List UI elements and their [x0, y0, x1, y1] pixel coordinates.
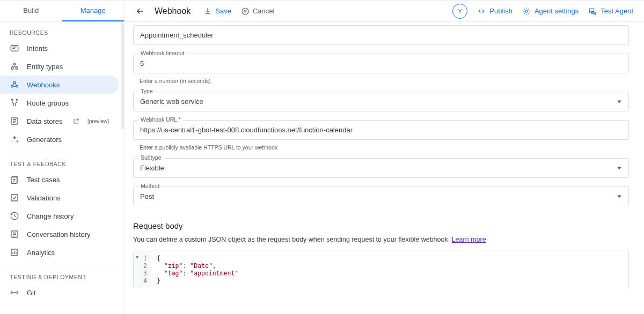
webhook-subtype-select[interactable]	[133, 158, 629, 178]
sidebar-item-label: Test cases	[27, 176, 109, 184]
tab-manage[interactable]: Manage	[62, 1, 125, 21]
sidebar-item-webhooks[interactable]: Webhooks	[0, 76, 119, 94]
sidebar-item-data-stores[interactable]: Data stores [preview]	[0, 112, 119, 130]
svg-point-4	[11, 85, 13, 87]
section-test-feedback-label: TEST & FEEDBACK	[0, 153, 124, 170]
sidebar-item-entity-types[interactable]: Entity types	[0, 57, 119, 76]
entity-icon	[10, 62, 19, 71]
conversation-icon	[10, 229, 19, 239]
gear-icon	[522, 7, 531, 16]
svg-point-5	[16, 85, 18, 87]
datastore-icon	[10, 116, 19, 126]
generator-icon	[10, 134, 19, 144]
sidebar-item-label: Validations	[27, 194, 109, 202]
field-method: Method	[133, 186, 629, 206]
field-label: Webhook timeout	[138, 50, 187, 56]
cancel-button[interactable]: Cancel	[241, 7, 274, 16]
sidebar-item-label: Intents	[27, 44, 109, 53]
main: Webhook Save Cancel Y Publish Agent sett…	[125, 1, 644, 314]
fold-icon[interactable]: ▼	[136, 255, 138, 260]
publish-label: Publish	[489, 7, 513, 15]
sidebar-item-label: Entity types	[27, 63, 109, 71]
webhook-name-input[interactable]	[133, 25, 629, 45]
sidebar-item-generators[interactable]: Generators	[0, 130, 119, 148]
webhook-type-select[interactable]	[133, 92, 629, 111]
sidebar-item-label: Generators	[27, 136, 109, 144]
history-icon	[10, 211, 19, 221]
sidebar-item-git[interactable]: Git	[0, 283, 119, 302]
back-button[interactable]	[135, 6, 145, 16]
sidebar-item-change-history[interactable]: Change history	[0, 207, 119, 225]
scrollbar[interactable]	[121, 22, 124, 129]
code-content[interactable]: { "zip": "Date", "tag": "appointment"}	[151, 251, 244, 288]
sidebar: Build Manage RESOURCES Intents Entity ty…	[0, 1, 125, 314]
url-hint: Enter a publicly available HTTPS URL to …	[140, 144, 629, 151]
agent-settings-button[interactable]: Agent settings	[522, 7, 579, 16]
request-body-editor[interactable]: ▼ 1 2 3 4 { "zip": "Date", "tag": "appoi…	[133, 251, 629, 288]
avatar[interactable]: Y	[452, 4, 467, 19]
svg-rect-12	[11, 195, 18, 201]
sidebar-item-label: Webhooks	[27, 81, 109, 89]
testcases-icon	[10, 175, 19, 184]
cancel-icon	[241, 7, 250, 16]
svg-point-16	[525, 10, 528, 12]
sidebar-item-label: Analytics	[27, 249, 109, 257]
git-icon	[10, 288, 19, 297]
sidebar-item-analytics[interactable]: Analytics	[0, 243, 119, 261]
field-timeout: Webhook timeout	[133, 54, 629, 73]
sidebar-item-conversation-history[interactable]: Conversation history	[0, 225, 119, 243]
sidebar-item-label: Conversation history	[27, 230, 109, 238]
cancel-label: Cancel	[253, 7, 274, 15]
page-title: Webhook	[155, 6, 191, 16]
webhook-url-input[interactable]	[133, 120, 629, 140]
sidebar-item-validations[interactable]: Validations	[0, 189, 119, 207]
intent-icon	[10, 43, 19, 53]
save-label: Save	[215, 7, 231, 15]
svg-rect-2	[11, 68, 13, 70]
content: Webhook timeout Enter a number (in secon…	[125, 22, 644, 314]
sidebar-tabs: Build Manage	[0, 1, 124, 22]
save-button[interactable]: Save	[203, 7, 231, 16]
sidebar-item-test-cases[interactable]: Test cases	[0, 170, 119, 189]
code-icon	[477, 7, 486, 16]
timeout-hint: Enter a number (in seconds)	[140, 78, 629, 84]
section-testing-deployment-label: TESTING & DEPLOYMENT	[0, 266, 124, 283]
svg-rect-3	[16, 68, 18, 70]
test-agent-button[interactable]: Test Agent	[588, 7, 633, 16]
sidebar-item-route-groups[interactable]: Route groups	[0, 94, 119, 112]
field-label: Webhook URL *	[138, 116, 183, 123]
test-agent-label: Test Agent	[601, 7, 633, 15]
field-name	[133, 25, 629, 45]
field-label: Subtype	[138, 154, 164, 161]
sidebar-item-label: Route groups	[27, 99, 109, 107]
publish-button[interactable]: Publish	[477, 7, 513, 16]
preview-badge: [preview]	[87, 118, 109, 124]
learn-more-link[interactable]: Learn more	[452, 236, 486, 243]
sidebar-item-label: Change history	[27, 212, 109, 220]
analytics-icon	[10, 248, 19, 257]
route-icon	[10, 98, 19, 108]
svg-point-6	[13, 81, 16, 84]
webhook-method-select[interactable]	[133, 186, 629, 206]
svg-rect-11	[11, 177, 17, 184]
request-body-title: Request body	[133, 221, 629, 230]
request-body-desc: You can define a custom JSON object as t…	[133, 236, 629, 243]
field-subtype: Subtype	[133, 158, 629, 178]
sidebar-item-intents[interactable]: Intents	[0, 39, 119, 57]
svg-rect-0	[11, 46, 18, 51]
validations-icon	[10, 193, 19, 203]
svg-point-1	[13, 63, 16, 65]
header: Webhook Save Cancel Y Publish Agent sett…	[125, 1, 644, 22]
chat-icon	[588, 7, 597, 16]
field-url: Webhook URL *	[133, 120, 629, 140]
request-body-desc-text: You can define a custom JSON object as t…	[133, 236, 452, 243]
section-resources-label: RESOURCES	[0, 22, 124, 39]
field-type: Type	[133, 92, 629, 111]
save-icon	[203, 7, 212, 16]
code-gutter: ▼ 1 2 3 4	[134, 251, 151, 288]
tab-build[interactable]: Build	[0, 1, 62, 21]
field-label: Method	[138, 183, 162, 189]
external-link-icon	[72, 117, 80, 125]
agent-settings-label: Agent settings	[535, 7, 579, 15]
webhook-timeout-input[interactable]	[133, 54, 629, 73]
